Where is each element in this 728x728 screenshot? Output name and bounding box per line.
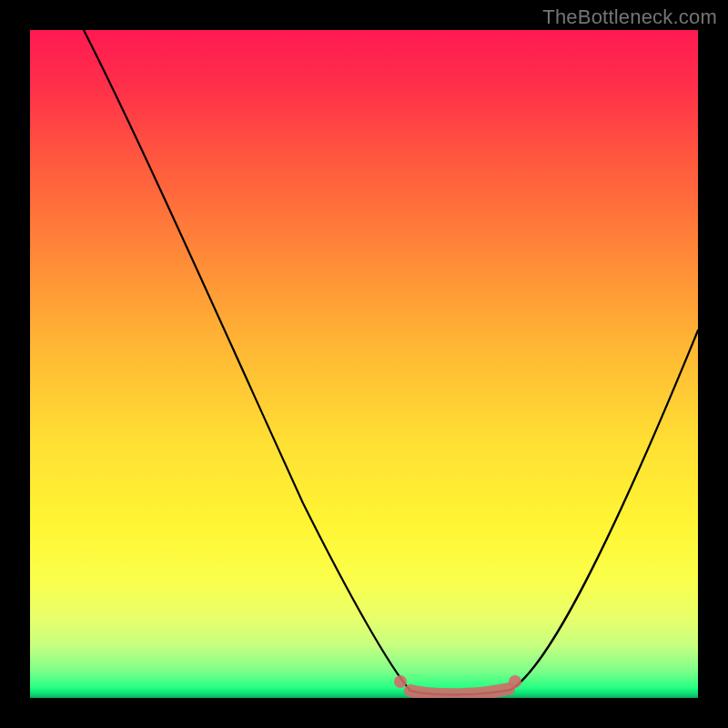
- curve-layer: [30, 30, 698, 698]
- series-right-curve: [511, 330, 698, 690]
- marker-optimal-left-end: [394, 675, 407, 688]
- marker-optimal-right-end: [509, 675, 521, 688]
- source-watermark: TheBottleneck.com: [542, 5, 717, 29]
- series-left-curve: [84, 30, 410, 691]
- marker-optimal-zone: [410, 689, 509, 694]
- chart-frame: TheBottleneck.com: [0, 0, 728, 728]
- plot-area: [30, 30, 698, 698]
